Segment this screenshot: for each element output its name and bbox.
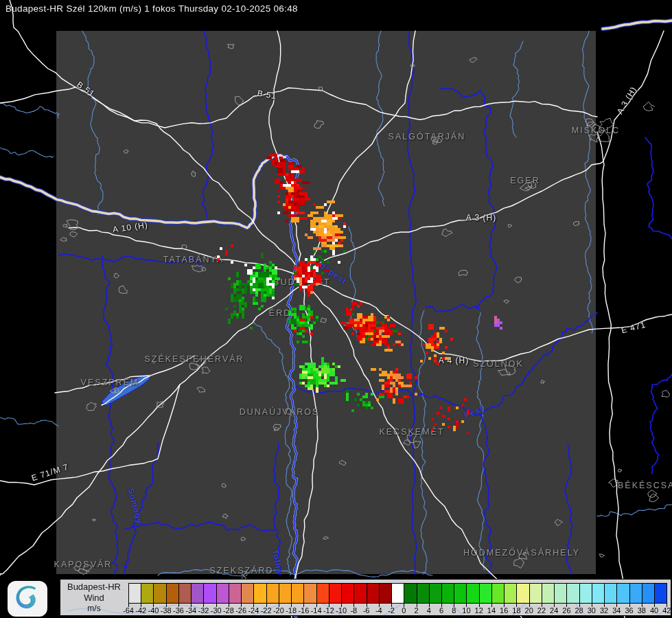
legend-color-swatch — [592, 583, 605, 604]
legend-tick-label: -4 — [375, 606, 382, 615]
road-label: A 3 (H) — [615, 84, 638, 115]
legend-color-swatch — [128, 583, 141, 604]
legend-tick-label: 14 — [487, 606, 496, 615]
legend-tick-label: -26 — [235, 606, 246, 615]
legend-color-swatch — [191, 583, 204, 604]
legend-color-swatch — [341, 583, 354, 604]
legend-tick-label: 38 — [638, 606, 646, 615]
legend-tick-label: -14 — [311, 606, 322, 615]
legend-color-swatch — [216, 583, 229, 604]
city-label: KAPOSVÁR — [54, 560, 113, 569]
legend-tick-label: 30 — [588, 606, 596, 615]
legend-tick-label: 34 — [612, 606, 621, 615]
legend-tick-label: -12 — [323, 606, 334, 615]
county-label: Pest — [463, 403, 485, 420]
legend-tick-label: 24 — [550, 606, 558, 615]
road-label: A 3 (H) — [466, 213, 496, 222]
legend-tick-label: 28 — [575, 606, 583, 615]
legend-tick-label: -42 — [135, 606, 146, 615]
legend-color-swatch — [616, 583, 629, 604]
city-label: SALGÓTARJÁN — [389, 132, 466, 141]
legend-color-swatch — [604, 583, 617, 604]
legend-tick-label: 32 — [600, 606, 608, 615]
radar-app-window: SALGÓTARJÁNMISKOLCEGERTATABÁNYASZÉKESFEH… — [0, 0, 672, 618]
legend-color-swatch — [642, 583, 655, 604]
legend-color-swatch — [178, 583, 192, 604]
road-label: E 471 — [621, 320, 647, 336]
legend-color-swatch — [166, 583, 179, 604]
legend-tick-label: -28 — [223, 606, 234, 615]
legend-color-swatch — [391, 583, 404, 604]
city-label: SZÉKESFEHÉRVÁR — [144, 354, 244, 364]
legend-tick-label: 22 — [537, 606, 546, 615]
legend-tick-label: -32 — [198, 606, 209, 615]
legend-tick-label: -16 — [298, 606, 309, 615]
legend-tick-label: 6 — [439, 606, 443, 615]
legend-tick-label: -30 — [211, 606, 222, 615]
legend-color-swatch — [354, 583, 367, 604]
legend-tick-label: -2 — [388, 606, 395, 615]
city-label: MISKOLC — [572, 126, 620, 135]
legend-tick-label: -22 — [261, 606, 272, 615]
legend-tick-label: 26 — [562, 606, 570, 615]
legend-color-swatch — [253, 583, 266, 604]
legend-color-swatch — [516, 583, 529, 604]
legend-tick-label: 16 — [500, 606, 508, 615]
city-label: SZEKSZÁRD — [209, 566, 273, 575]
legend-color-swatch — [367, 583, 380, 604]
legend-color-swatch — [566, 583, 579, 604]
legend-quantity: Wind — [60, 593, 128, 603]
legend-color-swatch — [479, 583, 492, 604]
legend-color-swatch — [329, 583, 342, 604]
legend-color-swatch — [529, 583, 542, 604]
legend-tick-label: 42 — [662, 606, 671, 615]
road-label: B 51 — [257, 89, 278, 102]
legend-tick-label: -40 — [148, 606, 159, 615]
legend-tick-label: -10 — [336, 606, 347, 615]
city-label: SZOLNOK — [473, 359, 524, 369]
legend-color-swatch — [141, 583, 154, 604]
legend-color-swatch — [579, 583, 592, 604]
legend-color-swatch — [629, 583, 642, 604]
legend-color-swatch — [291, 583, 304, 604]
legend-color-swatch — [153, 583, 166, 604]
legend-color-swatch — [491, 583, 505, 604]
map-label-layer: SALGÓTARJÁNMISKOLCEGERTATABÁNYASZÉKESFEH… — [0, 0, 672, 618]
legend-tick-label: -24 — [248, 606, 259, 615]
legend-tick-label: 36 — [625, 606, 633, 615]
city-label: HÓDMEZŐVÁSÁRHELY — [463, 548, 580, 558]
legend-color-swatch — [279, 583, 292, 604]
legend-color-swatch — [316, 583, 329, 604]
legend-color-swatch — [303, 583, 316, 604]
color-scale-legend: Budapest-HR Wind m/s -64-42-40-38-36-34-… — [60, 579, 671, 616]
legend-color-swatch — [654, 583, 667, 604]
city-label: TATABÁNYA — [163, 255, 224, 264]
road-label: A 10 (H) — [112, 220, 148, 234]
legend-tick-label: 20 — [525, 606, 533, 615]
legend-tick-label: 4 — [427, 606, 431, 615]
legend-color-swatch — [441, 583, 454, 604]
county-label: Somogy — [126, 487, 144, 525]
legend-title-block: Budapest-HR Wind m/s — [60, 580, 128, 617]
legend-color-swatch — [241, 583, 254, 604]
legend-color-swatch — [554, 583, 567, 604]
legend-color-swatch — [542, 583, 555, 604]
product-title: Budapest-HR Szél 120km (m/s) 1 fokos Thu… — [5, 3, 298, 14]
city-label: EGER — [510, 176, 540, 185]
city-label: BUDAPEST — [273, 277, 330, 287]
legend-tick-label: 0 — [402, 606, 406, 615]
city-label: ÉRD — [269, 308, 291, 318]
road-label: B 51 — [75, 80, 97, 99]
legend-tick-label: -6 — [363, 606, 370, 615]
legend-color-swatch — [404, 583, 417, 604]
legend-tick-label: 8 — [452, 606, 456, 615]
legend-color-swatch — [229, 583, 242, 604]
legend-color-swatch — [203, 583, 216, 604]
city-label: BÉKÉSCSABA — [618, 481, 672, 490]
legend-tick-label: -38 — [161, 606, 172, 615]
legend-color-swatch — [266, 583, 279, 604]
legend-tick-label: 12 — [475, 606, 483, 615]
road-label: E 71/M 7 — [30, 462, 70, 483]
legend-tick-label: -36 — [173, 606, 184, 615]
legend-tick-label: -18 — [286, 606, 297, 615]
